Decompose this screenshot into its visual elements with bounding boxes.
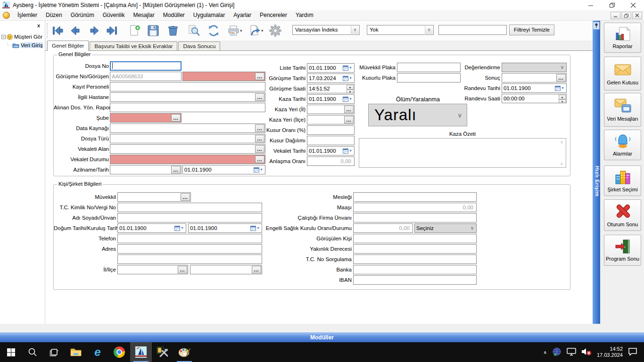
taskbar-clock[interactable]: 14:52 17.03.2024	[597, 346, 623, 358]
kaza-yeri-il-field[interactable]: …	[307, 105, 355, 114]
olum-yaralanma-combobox[interactable]: Yaralı ∨	[368, 104, 467, 126]
iban-input[interactable]	[353, 275, 477, 285]
azilname-field[interactable]: …	[110, 165, 182, 174]
file-explorer-icon[interactable]	[65, 342, 87, 362]
alinan-rapor-input[interactable]	[110, 103, 265, 112]
tab-dava-sonucu[interactable]: Dava Sonucu	[178, 41, 220, 51]
refresh-button[interactable]	[207, 25, 220, 37]
menu-moduller[interactable]: Modüller	[159, 10, 189, 20]
calendar-button[interactable]: ▾	[341, 147, 353, 155]
calendar-button[interactable]: ▾	[341, 95, 353, 103]
index-combobox[interactable]: Varsayılan İndeks∨	[292, 25, 360, 35]
azilname-tarih-datepicker[interactable]: 01.01.1900▾	[182, 165, 265, 174]
meslegi-input[interactable]	[353, 192, 477, 202]
scroll-up-icon[interactable]: ∧	[561, 140, 563, 144]
ilgili-hastane-field[interactable]: …	[110, 92, 265, 102]
sonuc-field[interactable]: …	[502, 73, 567, 82]
calendar-button[interactable]: ▾	[173, 224, 185, 232]
kusur-dagilimi-input[interactable]	[307, 136, 355, 145]
dosya-turu-field[interactable]: …	[110, 134, 265, 143]
restore-button[interactable]	[602, 0, 623, 10]
internet-explorer-icon[interactable]: e	[87, 342, 108, 362]
settings-button[interactable]	[269, 24, 282, 37]
kaza-yeri-ilce-field[interactable]: …	[307, 115, 355, 124]
save-button[interactable]	[147, 25, 159, 37]
sube-lookup-field[interactable]: …	[110, 113, 182, 123]
vekalet-tarihi-datepicker[interactable]: 01.01.1900▾	[307, 146, 355, 156]
gorusme-saati-timespinner[interactable]: 14:51:52▲▼	[307, 84, 355, 93]
kaza-tarihi-datepicker[interactable]: 01.01.1900▾	[307, 94, 355, 104]
minimize-button[interactable]	[580, 0, 602, 10]
tree-node-veri-girisi[interactable]: Veri Giriş	[7, 41, 50, 49]
modules-bar[interactable]: Modüller	[0, 332, 644, 342]
dogum-tarihi-datepicker[interactable]: 01.01.1900▾	[117, 223, 186, 233]
program-sonu-button[interactable]: Program Sonu	[604, 235, 641, 266]
export-dropdown-icon[interactable]: ▾	[261, 28, 264, 33]
ellipsis-lookup-button[interactable]: …	[344, 116, 354, 123]
filter-combobox[interactable]: Yok∨	[367, 25, 434, 35]
print-dropdown-icon[interactable]: ▾	[240, 28, 242, 33]
aysberg-taskbar-button[interactable]	[130, 342, 152, 362]
previous-record-button[interactable]	[70, 25, 82, 36]
calendar-button[interactable]: ▾	[252, 166, 264, 173]
oturum-sonu-button[interactable]: Oturum Sonu	[604, 199, 641, 231]
maasi-input[interactable]: 0,00	[353, 203, 477, 212]
vekaleti-alan-field[interactable]: …	[110, 144, 265, 154]
preview-button[interactable]	[188, 25, 200, 37]
muvekkil-lookup-field[interactable]: …	[117, 192, 191, 202]
yakinlik-derecesi-input[interactable]	[353, 244, 477, 254]
gelen-kutusu-button[interactable]: Gelen Kutusu	[604, 57, 641, 90]
mdi-close-button[interactable]	[632, 12, 642, 19]
menu-duzen[interactable]: Düzen	[41, 10, 66, 20]
volume-muted-icon[interactable]	[581, 347, 592, 357]
chevron-down-icon[interactable]: ∨	[561, 63, 564, 72]
sidebar-close-button[interactable]: x	[35, 23, 42, 30]
chevron-down-icon[interactable]: ∨	[425, 26, 433, 34]
delete-button[interactable]	[167, 25, 179, 37]
kaza-ozeti-textarea[interactable]: ∧∨	[359, 138, 566, 168]
start-button[interactable]	[0, 342, 22, 362]
veri-mesajlari-button[interactable]: Veri Mesajları	[604, 93, 641, 127]
textarea-scrollbar[interactable]: ∧∨	[558, 139, 565, 167]
mdi-restore-button[interactable]	[621, 12, 631, 19]
pin-icon[interactable]	[593, 22, 600, 30]
kusur-orani-input[interactable]	[307, 125, 355, 135]
paint-app-icon[interactable]	[173, 342, 195, 362]
first-record-button[interactable]	[52, 25, 64, 36]
scroll-down-icon[interactable]: ∨	[561, 162, 563, 166]
gorusme-no-input[interactable]: AA00568633	[110, 72, 182, 81]
degerlendirme-combobox[interactable]: ∨	[502, 63, 567, 72]
menu-yardim[interactable]: Yardım	[291, 10, 318, 20]
close-button[interactable]	[623, 0, 644, 10]
search-icon[interactable]	[22, 342, 43, 362]
randevu-tarihi-datepicker[interactable]: 01.01.1900▾	[502, 83, 567, 93]
ellipsis-lookup-button[interactable]: …	[556, 74, 566, 82]
action-center-icon[interactable]	[628, 347, 637, 357]
ellipsis-lookup-button[interactable]: …	[171, 166, 181, 173]
raporlar-button[interactable]: Raporlar	[604, 23, 641, 53]
kayit-personeli-input[interactable]	[110, 82, 265, 91]
time-spinner[interactable]: ▲▼	[347, 85, 354, 92]
menu-guvenlik[interactable]: Güvenlik	[99, 10, 129, 20]
dosya-no-input[interactable]	[110, 61, 182, 71]
tc-sorgulama-input[interactable]	[353, 255, 477, 264]
next-record-button[interactable]	[88, 25, 100, 36]
tray-expand-icon[interactable]: ∧	[544, 350, 547, 355]
tab-genel-bilgiler[interactable]: Genel Bilgiler	[47, 41, 89, 51]
chevron-down-icon[interactable]: ∨	[471, 224, 474, 232]
gorusulen-kisi-input[interactable]	[353, 234, 477, 243]
menu-islemler[interactable]: İşlemler	[13, 10, 41, 20]
print-button[interactable]	[227, 25, 240, 37]
chrome-icon[interactable]	[108, 342, 130, 362]
tab-basvuru-takibi[interactable]: Başvuru Takibi ve Eksik Evraklar	[90, 41, 177, 51]
network-icon[interactable]	[552, 347, 561, 358]
chevron-down-icon[interactable]: ∨	[351, 26, 359, 34]
last-record-button[interactable]	[106, 25, 118, 36]
task-view-icon[interactable]	[43, 342, 65, 362]
calendar-button[interactable]: ▾	[553, 84, 565, 92]
menu-uygulamalar[interactable]: Uygulamalar	[189, 10, 229, 20]
ellipsis-lookup-button[interactable]: …	[178, 266, 187, 273]
export-button[interactable]	[248, 25, 261, 37]
menu-mesajlar[interactable]: Mesajlar	[129, 10, 158, 20]
toolbar-grip[interactable]	[47, 23, 49, 38]
